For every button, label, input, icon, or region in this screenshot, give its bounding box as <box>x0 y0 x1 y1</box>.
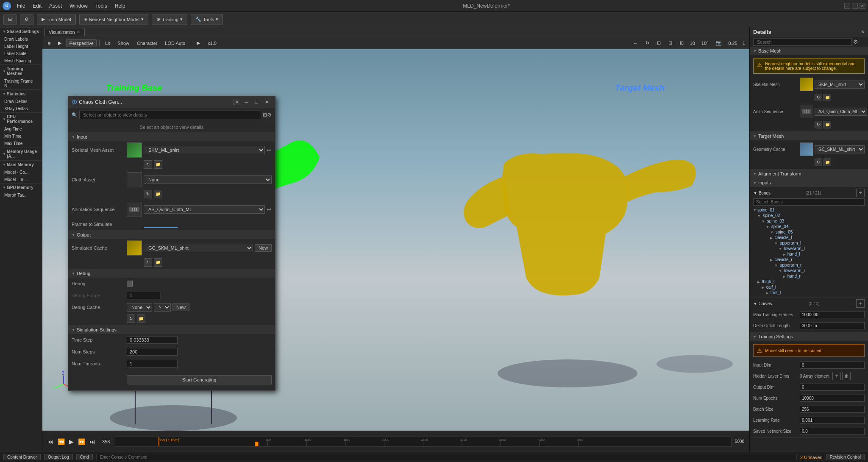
debug-checkbox[interactable] <box>127 281 133 287</box>
anim-seq-arrow[interactable]: ↩ <box>267 206 272 213</box>
train-model-button[interactable]: ▶ Train Model <box>37 14 76 25</box>
training-button[interactable]: ⊕ Training ▾ <box>152 14 187 25</box>
revision-control-btn[interactable]: Revision Control <box>826 454 865 460</box>
batch-size-input[interactable] <box>800 406 865 413</box>
translate-btn[interactable]: ↔ <box>630 39 641 47</box>
input-section-header[interactable]: Input <box>68 133 275 141</box>
camera-speed-btn[interactable]: 📷 <box>713 39 725 47</box>
anim-seq-select[interactable]: AS_Quinn_Cloth_ML <box>144 205 265 214</box>
menu-asset[interactable]: Asset <box>46 2 65 10</box>
ca-browse-btn[interactable]: 📁 <box>154 190 162 198</box>
avg-time-item[interactable]: Avg Time <box>0 125 42 133</box>
output-log-btn[interactable]: Output Log <box>44 454 72 460</box>
details-close-btn[interactable]: ✕ <box>861 29 865 35</box>
play-btn[interactable]: ▶ <box>194 39 203 47</box>
details-search-input[interactable] <box>753 38 852 46</box>
label-height-item[interactable]: Label Height <box>0 43 42 50</box>
lit-btn[interactable]: Lit <box>102 39 113 47</box>
gpu-memory-header[interactable]: GPU Memory <box>0 183 42 192</box>
num-steps-input[interactable] <box>127 348 178 356</box>
sc-refresh-btn[interactable]: ↻ <box>144 258 152 267</box>
output-section-header[interactable]: Output <box>68 231 275 239</box>
tools-button[interactable]: 🔧 Tools ▾ <box>191 14 223 25</box>
target-mesh-header[interactable]: Target Mesh <box>750 132 868 140</box>
modal-grid-icon-btn[interactable]: ⊞ <box>263 112 267 118</box>
right-anim-refresh[interactable]: ↻ <box>815 121 822 128</box>
viewport-area[interactable]: Training Base Target Mesh <box>42 49 749 431</box>
input-dim-input[interactable] <box>800 362 865 369</box>
minimize-button[interactable]: ─ <box>844 3 850 9</box>
modal-search-input[interactable] <box>79 111 261 119</box>
num-threads-input[interactable] <box>127 360 178 367</box>
sm-browse-btn[interactable]: 📁 <box>154 160 162 169</box>
training-settings-header[interactable]: Training Settings <box>750 332 868 341</box>
sim-cache-new-btn[interactable]: New <box>255 244 272 252</box>
saved-network-input[interactable] <box>800 428 865 435</box>
dc-refresh-btn[interactable]: ↻ <box>127 314 135 323</box>
grid-btn[interactable]: ⊞ <box>677 39 687 47</box>
bones-search-input[interactable] <box>753 198 865 206</box>
skeletal-mesh-select[interactable]: SKM_ML_shirt <box>144 146 265 154</box>
max-training-frames-input[interactable] <box>800 311 865 318</box>
tl-start-btn[interactable]: ⏮ <box>46 437 55 446</box>
menu-file[interactable]: File <box>14 2 28 10</box>
rotate-btn[interactable]: ↻ <box>643 39 652 47</box>
dc-browse-btn[interactable]: 📁 <box>137 314 145 323</box>
num-epochs-input[interactable] <box>800 395 865 402</box>
sim-cache-select[interactable]: GC_SKM_ML_shirt <box>144 244 253 252</box>
model-in-item[interactable]: Model - In ... <box>0 176 42 183</box>
training-meshes-header[interactable]: Training Meshes <box>0 64 42 78</box>
right-sm-browse[interactable]: 📁 <box>823 94 831 101</box>
perspective-btn[interactable]: Perspective <box>66 39 96 47</box>
hamburger-btn[interactable]: ≡ <box>45 39 53 47</box>
add-bone-btn[interactable]: + <box>856 189 865 197</box>
sm-refresh-btn[interactable]: ↻ <box>144 160 152 169</box>
start-generating-btn[interactable]: Start Generating <box>127 375 272 384</box>
angle-btn[interactable]: 10° <box>698 39 712 47</box>
base-mesh-header[interactable]: Base Mesh <box>750 47 868 55</box>
statistics-header[interactable]: Statistics <box>0 89 42 98</box>
mesh-spacing-item[interactable]: Mesh Spacing <box>0 57 42 64</box>
output-dim-input[interactable] <box>800 384 865 391</box>
max-time-item[interactable]: Max Time <box>0 140 42 147</box>
model-co-item[interactable]: Model - Co... <box>0 169 42 176</box>
time-step-input[interactable] <box>127 336 178 344</box>
modal-maximize-btn[interactable]: □ <box>253 98 261 106</box>
sim-settings-header[interactable]: Simulation Settings <box>68 326 275 334</box>
right-sm-refresh[interactable]: ↻ <box>815 94 822 101</box>
skeletal-mesh-arrow[interactable]: ↩ <box>267 147 272 153</box>
add-curve-btn[interactable]: + <box>856 299 865 308</box>
right-anim-select[interactable]: AS_Quinn_Cloth_ML <box>815 108 867 116</box>
tl-prev-btn[interactable]: ⏪ <box>56 437 67 446</box>
menu-window[interactable]: Window <box>66 2 91 10</box>
modal-minimize-btn[interactable]: ─ <box>242 98 251 106</box>
right-anim-browse[interactable]: 📁 <box>823 121 831 128</box>
menu-help[interactable]: Help <box>111 2 129 10</box>
debug-cache-none-select[interactable]: None <box>127 303 152 312</box>
character-btn[interactable]: Character <box>134 39 160 47</box>
draw-labels-item[interactable]: Draw Labels <box>0 36 42 43</box>
sc-browse-btn[interactable]: 📁 <box>154 258 162 267</box>
lod-btn[interactable]: LOD Auto <box>162 39 188 47</box>
maximize-button[interactable]: □ <box>852 3 858 9</box>
shared-settings-header[interactable]: Shared Settings <box>0 27 42 36</box>
learning-rate-input[interactable] <box>800 417 865 424</box>
realtime-btn[interactable]: ▶ <box>55 39 64 47</box>
details-settings-btn[interactable]: ⚙ <box>853 39 858 45</box>
timeline-track[interactable]: 358 (7.16%) 500 1000 1500 2000 <box>115 437 731 447</box>
show-btn[interactable]: Show <box>115 39 133 47</box>
xray-deltas-item[interactable]: XRay Deltas <box>0 105 42 112</box>
cmd-btn[interactable]: Cmd <box>76 454 93 460</box>
geo-refresh-btn[interactable]: ↻ <box>815 159 822 166</box>
debug-cache-new-btn[interactable]: New <box>172 303 189 311</box>
cloth-asset-select[interactable]: None <box>144 175 272 184</box>
viz-tab-close[interactable]: ✕ <box>77 30 80 34</box>
debug-cache-type-select[interactable]: None <box>154 303 171 312</box>
morph-tar-item[interactable]: Morph Tar... <box>0 192 42 199</box>
min-time-item[interactable]: Min Time <box>0 133 42 140</box>
hidden-layer-add-btn[interactable]: + <box>832 372 841 380</box>
playback-btn[interactable]: x1.0 <box>205 39 220 47</box>
training-frame-item[interactable]: Training Frame N... <box>0 78 42 89</box>
modal-settings-icon-btn[interactable]: ⚙ <box>267 112 272 118</box>
inputs-section-header[interactable]: Inputs <box>750 178 868 187</box>
